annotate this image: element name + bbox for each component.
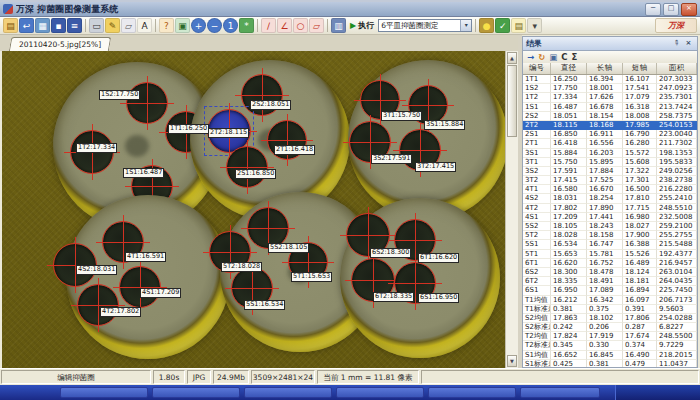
zone-label-1S2[interactable]: 1S2:17.750 bbox=[99, 90, 140, 100]
zone-label-2T2[interactable]: 2T2:18.115 bbox=[208, 128, 249, 138]
table-row[interactable]: S2标准差0.2420.2060.2876.8227 bbox=[523, 323, 697, 332]
zone-label-1T2[interactable]: 1T2:17.334 bbox=[76, 143, 117, 153]
zone-label-3S2[interactable]: 3S2:17.591 bbox=[371, 154, 412, 164]
table-row[interactable]: 2T218.11518.16817.985254.0153 bbox=[523, 121, 697, 130]
table-row[interactable]: 2T116.41816.55616.280211.7302 bbox=[523, 139, 697, 148]
pin-icon[interactable]: ✎ bbox=[670, 39, 681, 49]
image-viewer-canvas[interactable]: 1S2:17.7501T1:16.2501T2:17.3341S1:16.487… bbox=[2, 51, 505, 368]
zoom-out-icon[interactable]: − bbox=[207, 18, 222, 33]
zone-label-4T2[interactable]: 4T2:17.802 bbox=[100, 307, 141, 317]
table-row[interactable]: S2均值17.86318.10217.806254.0288 bbox=[523, 314, 697, 323]
zone-label-6T2[interactable]: 6T2:18.335 bbox=[373, 292, 414, 302]
table-row[interactable]: S1标准差0.4250.3810.47911.0437 bbox=[523, 360, 697, 367]
table-row[interactable]: 2S218.05118.15418.008258.7375 bbox=[523, 112, 697, 121]
table-row[interactable]: 1S116.48716.67816.318213.7424 bbox=[523, 103, 697, 112]
column-header[interactable]: 长轴 bbox=[587, 63, 623, 74]
zone-label-3T1[interactable]: 3T1:15.750 bbox=[381, 111, 422, 121]
table-row[interactable]: 3S115.88416.20315.572198.1353 bbox=[523, 149, 697, 158]
table-row[interactable]: 6S218.30018.47818.124263.0104 bbox=[523, 268, 697, 277]
zone-label-5T1[interactable]: 5T1:15.653 bbox=[291, 272, 332, 282]
table-row[interactable]: 1T217.33417.62617.079235.7301 bbox=[523, 93, 697, 102]
column-header[interactable]: 面积 bbox=[657, 63, 697, 74]
measure-circle-icon[interactable]: ○ bbox=[293, 18, 308, 33]
zone-label-4S1[interactable]: 4S1:17.209 bbox=[140, 288, 181, 298]
taskbar-button[interactable] bbox=[336, 387, 424, 398]
settings-panel-icon[interactable]: ▥ bbox=[331, 18, 346, 33]
bulb-icon[interactable]: ● bbox=[479, 18, 494, 33]
zone-label-4T1[interactable]: 4T1:16.591 bbox=[125, 252, 166, 262]
table-row[interactable]: 5S116.53416.74716.388215.5488 bbox=[523, 240, 697, 249]
zone-label-2T1[interactable]: 2T1:16.418 bbox=[274, 145, 315, 155]
viewer-vertical-scrollbar[interactable]: ▲ ▼ bbox=[505, 51, 518, 368]
taskbar-button[interactable] bbox=[60, 387, 148, 398]
note-dropdown-icon[interactable]: ▾ bbox=[527, 18, 542, 33]
pencil-icon[interactable]: ✎ bbox=[105, 18, 120, 33]
zone-label-4S2[interactable]: 4S2:18.031 bbox=[76, 265, 117, 275]
table-row[interactable]: 1T116.25016.39416.107207.3033 bbox=[523, 75, 697, 84]
table-row[interactable]: 4T116.58016.67016.500216.2280 bbox=[523, 185, 697, 194]
table-row[interactable]: 6S116.95017.08916.894225.7450 bbox=[523, 286, 697, 295]
table-row[interactable]: 3T217.41517.52517.301238.2738 bbox=[523, 176, 697, 185]
zoom-actual-icon[interactable]: 1 bbox=[223, 18, 238, 33]
taskbar-button[interactable] bbox=[244, 387, 332, 398]
table-row[interactable]: 6T116.62016.75216.489216.9457 bbox=[523, 259, 697, 268]
zone-label-2S1[interactable]: 2S1:16.850 bbox=[235, 169, 276, 179]
help-cursor-icon[interactable]: ? bbox=[159, 18, 174, 33]
image-frame-icon[interactable]: ▣ bbox=[175, 18, 190, 33]
open-folder-icon[interactable]: ▤ bbox=[3, 18, 18, 33]
window-titlebar[interactable]: 万深 抑菌圈图像测量系统 ─□× bbox=[0, 2, 700, 17]
zone-label-6S2[interactable]: 6S2:18.300 bbox=[370, 248, 411, 258]
close-button[interactable]: × bbox=[681, 3, 697, 16]
copy-icon[interactable]: ▣ bbox=[549, 52, 557, 63]
table-row[interactable]: T1标准差0.3810.3750.3919.5603 bbox=[523, 305, 697, 314]
zone-label-3T2[interactable]: 3T2:17.415 bbox=[415, 162, 456, 172]
zone-label-2S2[interactable]: 2S2:18.051 bbox=[250, 100, 291, 110]
table-row[interactable]: 6T218.33518.49118.181264.0435 bbox=[523, 277, 697, 286]
table-row[interactable]: 4T217.80217.89017.715248.5510 bbox=[523, 204, 697, 213]
column-header[interactable]: 直径 bbox=[551, 63, 587, 74]
zoom-in-icon[interactable]: + bbox=[191, 18, 206, 33]
table-row[interactable]: 2S116.85016.91116.790223.0040 bbox=[523, 130, 697, 139]
zone-label-5S2[interactable]: 5S2:18.105 bbox=[268, 243, 309, 253]
table-row[interactable]: S1均值16.65216.84516.490218.2015 bbox=[523, 351, 697, 360]
column-header[interactable]: 短轴 bbox=[623, 63, 657, 74]
note-icon[interactable]: ▤ bbox=[511, 18, 526, 33]
import-image-icon[interactable]: ↩ bbox=[19, 18, 34, 33]
table-row[interactable]: 3T115.75015.89515.608195.5833 bbox=[523, 158, 697, 167]
taskbar-button[interactable] bbox=[152, 387, 240, 398]
taskbar-button[interactable] bbox=[520, 387, 600, 398]
refresh-icon[interactable]: ↻ bbox=[538, 52, 545, 63]
mode-selector[interactable]: 6平皿抑菌圈测定▾ bbox=[378, 19, 472, 32]
tab-active-image[interactable]: 20110420-5.jpg[25%] bbox=[9, 37, 112, 52]
scrollbar-thumb[interactable] bbox=[507, 65, 517, 137]
windows-taskbar[interactable] bbox=[0, 385, 700, 400]
table-row[interactable]: 1S217.75018.00117.541247.0923 bbox=[523, 84, 697, 93]
table-row[interactable]: T1均值16.21216.34216.097206.7173 bbox=[523, 296, 697, 305]
zone-label-6S1[interactable]: 6S1:16.950 bbox=[418, 293, 459, 303]
close-icon[interactable]: × bbox=[683, 39, 694, 49]
zone-label-5S1[interactable]: 5S1:16.534 bbox=[244, 300, 285, 310]
measure-line-icon[interactable]: ∕ bbox=[261, 18, 276, 33]
text-tool-icon[interactable]: A bbox=[137, 18, 152, 33]
edit-page-icon[interactable]: ▱ bbox=[121, 18, 136, 33]
zone-label-5T2[interactable]: 5T2:18.028 bbox=[221, 262, 262, 272]
sum-icon[interactable]: Σ bbox=[572, 52, 578, 63]
capture-icon[interactable]: ▦ bbox=[35, 18, 50, 33]
scroll-up-icon[interactable]: ▲ bbox=[507, 52, 517, 64]
table-row[interactable]: T2均值17.82417.91917.674248.5500 bbox=[523, 332, 697, 341]
zone-label-6T1[interactable]: 6T1:16.620 bbox=[418, 253, 459, 263]
print-icon[interactable]: ▭ bbox=[89, 18, 104, 33]
minimize-button[interactable]: ─ bbox=[645, 3, 661, 16]
taskbar-button[interactable] bbox=[428, 387, 516, 398]
save-icon[interactable]: ▪ bbox=[51, 18, 66, 33]
export-icon[interactable]: → bbox=[527, 52, 534, 63]
measure-area-icon[interactable]: ▱ bbox=[309, 18, 324, 33]
apply-check-icon[interactable]: ✓ bbox=[495, 18, 510, 33]
measure-angle-icon[interactable]: ∠ bbox=[277, 18, 292, 33]
table-row[interactable]: 5T115.65315.78115.526192.4377 bbox=[523, 250, 697, 259]
execute-button[interactable]: ▶执行 bbox=[347, 20, 377, 31]
table-row[interactable]: 5T218.02818.15817.900255.2755 bbox=[523, 231, 697, 240]
zone-label-1S1[interactable]: 1S1:16.487 bbox=[123, 168, 164, 178]
column-header[interactable]: 编号 bbox=[523, 63, 551, 74]
table-row[interactable]: T2标准差0.3450.3300.3749.7229 bbox=[523, 341, 697, 350]
